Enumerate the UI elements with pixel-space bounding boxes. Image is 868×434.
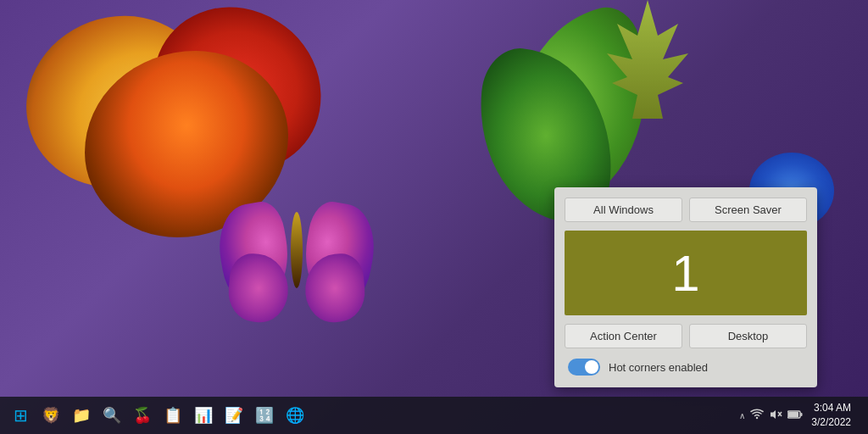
svg-rect-3 [788,412,798,417]
number-display-area: 1 [565,231,807,315]
hot-corners-label: Hot corners enabled [609,361,708,374]
spreadsheet-icon: 📊 [194,406,213,425]
cherry-icon: 🍒 [133,406,152,425]
clock-date: 3/2/2022 [811,415,851,430]
popup-action-buttons: Action Center Desktop [565,324,807,348]
translate-app-icon[interactable]: 🌐 [281,402,309,429]
popup-tabs-row: All Windows Screen Saver [565,198,807,222]
clipboard-icon: 📋 [164,406,182,425]
hot-corners-toggle[interactable] [568,359,600,376]
windows-logo-icon: ⊞ [14,405,28,426]
hot-corners-toggle-row: Hot corners enabled [565,357,807,377]
calculator-icon: 🔢 [255,406,274,425]
notepad-icon: 📝 [225,406,243,425]
start-button[interactable]: ⊞ [7,402,34,429]
notepad-app-icon[interactable]: 📝 [220,402,248,429]
toggle-knob [585,360,598,374]
screen-saver-tab[interactable]: Screen Saver [689,198,807,222]
hot-corners-popup: All Windows Screen Saver 1 Action Center… [554,187,817,387]
clock-time: 3:04 AM [811,401,851,415]
system-tray: ∧ 3:04 [732,401,861,430]
search-icon-taskbar[interactable]: 🔍 [98,402,125,429]
file-manager-icon[interactable]: 📁 [68,402,95,429]
tray-overflow-chevron[interactable]: ∧ [739,411,745,420]
all-windows-tab[interactable]: All Windows [565,198,682,222]
folder-icon: 📁 [72,406,91,425]
spreadsheet-app-icon[interactable]: 📊 [190,402,217,429]
clock-display[interactable]: 3:04 AM 3/2/2022 [808,401,854,430]
svg-rect-4 [801,413,803,416]
brave-browser-icon[interactable]: 🦁 [37,402,64,429]
action-center-button[interactable]: Action Center [565,324,682,348]
notes-app-icon[interactable]: 📋 [159,402,186,429]
butterfly-decoration [220,186,373,322]
battery-icon[interactable] [787,409,803,422]
cherry-app-icon[interactable]: 🍒 [129,402,156,429]
desktop-number: 1 [671,244,699,303]
wifi-icon[interactable] [750,409,764,423]
butterfly-body [291,212,303,288]
calculator-app-icon[interactable]: 🔢 [251,402,278,429]
taskbar: ⊞ 🦁 📁 🔍 🍒 📋 📊 📝 🔢 🌐 ∧ [0,397,868,434]
taskbar-app-icons: ⊞ 🦁 📁 🔍 🍒 📋 📊 📝 🔢 🌐 [7,402,732,429]
search-icon: 🔍 [103,406,121,425]
desktop-button[interactable]: Desktop [689,324,807,348]
brave-icon: 🦁 [42,406,60,425]
globe-icon: 🌐 [286,406,304,425]
volume-icon[interactable] [769,409,782,423]
